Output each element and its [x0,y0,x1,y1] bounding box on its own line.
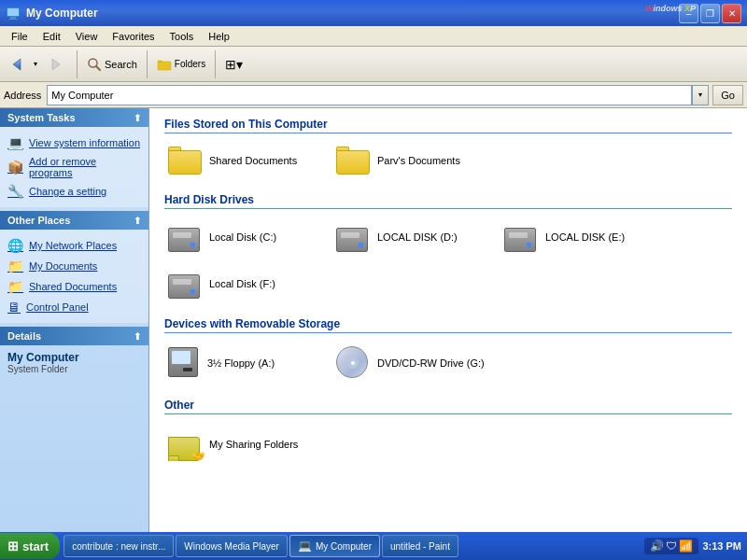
sharing-folders-item[interactable]: 🤝 My Sharing Folders [164,424,314,465]
control-panel-icon: 🖥 [7,300,21,315]
taskbar-item-1-label: Windows Media Player [184,541,279,552]
my-network-places-link[interactable]: 🌐 My Network Places [4,235,145,256]
shared-documents-label: Shared Documents [209,155,297,166]
taskbar-item-3[interactable]: untitled - Paint [382,535,458,557]
taskbar-item-1[interactable]: Windows Media Player [176,535,288,557]
menu-tools[interactable]: Tools [162,29,202,44]
search-button[interactable]: Search [81,49,143,80]
menu-bar: File Edit View Favorites Tools Help [0,26,747,47]
sidebar: System Tasks ⬆ 💻 View system information… [0,108,149,532]
shared-documents-item[interactable]: Shared Documents [164,143,314,178]
view-system-info-link[interactable]: 💻 View system information [4,133,145,153]
start-button[interactable]: ⊞ start [0,533,60,559]
other-places-header[interactable]: Other Places ⬆ [0,211,148,230]
system-tasks-header[interactable]: System Tasks ⬆ [0,108,148,127]
back-button[interactable] [4,51,30,77]
parvs-documents-label: Parv's Documents [377,155,460,166]
forward-button[interactable] [43,51,69,77]
system-tasks-section: System Tasks ⬆ 💻 View system information… [0,108,148,207]
address-bar: Address ▾ Go [0,82,747,108]
search-label: Search [105,59,137,70]
menu-edit[interactable]: Edit [35,29,68,44]
parvs-documents-icon [336,147,370,175]
local-disk-d-item[interactable]: LOCAL DISK (D:) [332,218,482,256]
folders-icon [157,57,172,72]
address-input[interactable] [47,85,692,105]
tray-antivirus-icon: 🛡 [666,539,677,553]
section-removable-header: Devices with Removable Storage [164,317,732,333]
parvs-documents-item[interactable]: Parv's Documents [332,143,482,178]
details-collapse-icon: ⬆ [134,331,141,342]
toolbar-separator-3 [215,50,216,78]
tray-misc-icon: 📶 [679,539,693,553]
taskbar-right: 🔊 🛡 📶 3:13 PM [639,538,747,554]
back-btn-group: ▾ [4,51,41,77]
title-bar: My Computer – ❐ ✕ Windows XP [0,0,747,26]
details-header[interactable]: Details ⬆ [0,327,148,345]
address-dropdown[interactable]: ▾ [692,85,709,105]
floppy-drive-icon [168,347,200,379]
shared-documents-link[interactable]: 📁 Shared Documents [4,276,145,297]
taskbar-item-3-label: untitled - Paint [390,541,450,552]
clock: 3:13 PM [702,540,741,552]
folders-button[interactable]: Folders [151,49,211,80]
taskbar-icon-2: 💻 [298,539,312,553]
menu-view[interactable]: View [68,29,106,44]
menu-help[interactable]: Help [201,29,237,44]
local-disk-d-label: LOCAL DISK (D:) [377,231,458,243]
settings-icon: 🔧 [7,184,23,199]
close-button[interactable]: ✕ [722,4,741,23]
stored-items-grid: Shared Documents Parv's Documents [164,143,732,178]
sharing-folders-icon: 🤝 [168,427,202,461]
svg-line-7 [96,66,100,70]
go-button[interactable]: Go [712,85,743,105]
local-disk-e-icon [504,222,538,252]
change-setting-link[interactable]: 🔧 Change a setting [4,181,145,202]
local-disk-e-label: LOCAL DISK (E:) [545,231,625,243]
local-disk-c-item[interactable]: Local Disk (C:) [164,218,314,256]
sharing-folders-label: My Sharing Folders [209,439,298,450]
cdrom-item[interactable]: DVD/CD-RW Drive (G:) [332,343,488,384]
local-disk-f-icon [168,269,202,299]
taskbar-item-2-label: My Computer [316,541,372,552]
system-tasks-collapse-icon: ⬆ [134,113,141,123]
control-panel-link[interactable]: 🖥 Control Panel [4,297,145,317]
my-documents-link[interactable]: 📁 My Documents [4,256,145,276]
section-other-header: Other [164,399,732,414]
local-disk-f-label: Local Disk (F:) [209,278,275,289]
svg-rect-1 [7,8,19,16]
documents-icon: 📁 [7,259,23,273]
shared-documents-icon [168,147,202,175]
taskbar-item-2[interactable]: 💻 My Computer [289,535,380,557]
cdrom-label: DVD/CD-RW Drive (G:) [377,357,485,369]
restore-button[interactable]: ❐ [700,4,720,23]
details-title: My Computer [7,351,141,364]
section-stored-header: Files Stored on This Computer [164,118,732,133]
floppy-item[interactable]: 3½ Floppy (A:) [164,343,314,384]
network-icon: 🌐 [7,238,23,253]
floppy-label: 3½ Floppy (A:) [207,357,275,369]
details-content: My Computer System Folder [0,345,148,380]
window-icon [6,6,21,21]
system-tray: 🔊 🛡 📶 [644,538,698,554]
taskbar-item-0[interactable]: contribute : new instr... [63,535,174,557]
add-remove-programs-link[interactable]: 📦 Add or remove programs [4,153,145,181]
taskbar: ⊞ start contribute : new instr... Window… [0,532,747,560]
search-icon [87,57,102,72]
toolbar-separator-1 [77,50,78,78]
other-items-grid: 🤝 My Sharing Folders [164,424,732,465]
menu-favorites[interactable]: Favorites [105,29,162,44]
other-places-section: Other Places ⬆ 🌐 My Network Places 📁 My … [0,211,148,323]
local-disk-e-item[interactable]: LOCAL DISK (E:) [500,218,650,256]
menu-file[interactable]: File [4,29,35,44]
other-places-items: 🌐 My Network Places 📁 My Documents 📁 Sha… [0,230,148,323]
address-label: Address [4,90,41,101]
tray-network-icon: 🔊 [650,539,664,553]
svg-marker-4 [13,59,21,70]
back-dropdown[interactable]: ▾ [30,51,41,77]
cd-drive-icon [336,346,370,380]
hdd-items-grid: Local Disk (C:) LOCAL DISK (D:) [164,218,732,302]
view-options-button[interactable]: ⊞▾ [219,49,248,80]
local-disk-f-item[interactable]: Local Disk (F:) [164,265,314,302]
main-layout: System Tasks ⬆ 💻 View system information… [0,108,747,532]
